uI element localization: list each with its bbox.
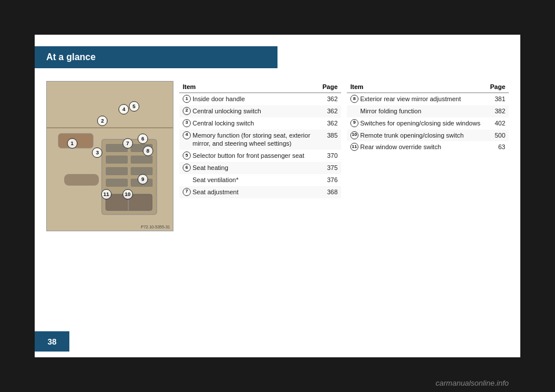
item-text: Remote trunk opening/closing switch	[360, 131, 483, 140]
item-number: 10	[350, 131, 358, 139]
item-number: 3	[183, 119, 191, 127]
item-cell: 6Seat heating	[179, 162, 319, 174]
item-text: Seat heating	[193, 164, 316, 172]
page-num: 362	[319, 93, 341, 105]
table-row: 4Memory function (for storing seat, exte…	[179, 130, 341, 150]
item-number: 7	[183, 188, 191, 196]
tables-container: Item Page 1Inside door handle3622Central…	[179, 81, 509, 231]
item-text: Inside door handle	[193, 95, 316, 103]
item-text: Selector button for front passenger seat	[193, 151, 316, 160]
item-number: 6	[183, 164, 191, 172]
image-caption: P72.10-5355-31	[141, 225, 170, 229]
table-row: 2Central unlocking switch362	[179, 105, 341, 117]
page-num: 370	[319, 150, 341, 162]
item-number: 11	[350, 143, 358, 151]
page-num: 402	[486, 117, 509, 130]
item-cell: 2Central unlocking switch	[179, 105, 319, 117]
table-row: 10Remote trunk opening/closing switch500	[347, 130, 509, 142]
page-num: 500	[486, 130, 509, 142]
item-text: Central locking switch	[193, 119, 316, 128]
item-cell: Mirror folding function	[347, 105, 486, 117]
item-text: Rear window override switch	[360, 143, 483, 151]
image-item-num-8: 8	[143, 146, 153, 156]
table-row: 8Exterior rear view mirror adjustment381	[347, 93, 509, 105]
car-image-inner: 1234567891011	[47, 82, 173, 231]
table1: Item Page 1Inside door handle3622Central…	[179, 81, 341, 231]
border-right	[520, 0, 555, 392]
item-text: Exterior rear view mirror adjustment	[360, 95, 483, 103]
table-row: 3Central locking switch362	[179, 117, 341, 130]
page-num: 385	[319, 130, 341, 150]
image-item-num-10: 10	[123, 189, 133, 199]
item-number: 9	[350, 119, 358, 127]
item-number: 1	[183, 95, 191, 103]
table-row: Seat ventilation*376	[179, 174, 341, 186]
table-row: 7Seat adjustment368	[179, 186, 341, 198]
page-container: At a glance	[0, 0, 555, 392]
image-item-num-5: 5	[129, 101, 139, 112]
item-cell: 9Switches for opening/closing side windo…	[347, 117, 486, 130]
border-left	[0, 0, 35, 392]
item-cell: 5Selector button for front passenger sea…	[179, 150, 319, 162]
item-cell: 8Exterior rear view mirror adjustment	[347, 93, 486, 105]
item-text: Central unlocking switch	[193, 107, 316, 116]
table-row: 11Rear window override switch63	[347, 141, 509, 153]
image-item-num-7: 7	[123, 138, 133, 149]
page-num: 362	[319, 117, 341, 130]
svg-rect-5	[106, 156, 128, 164]
page-number-box: 38	[35, 331, 69, 352]
item-cell: 11Rear window override switch	[347, 141, 486, 153]
svg-rect-9	[106, 179, 128, 187]
table-row: 5Selector button for front passenger sea…	[179, 150, 341, 162]
door-panel-svg	[47, 82, 173, 231]
svg-rect-7	[106, 167, 128, 175]
table1-item-header: Item	[179, 81, 319, 93]
main-content: 1234567891011 P72.10-5355-31 Item Page	[35, 81, 520, 231]
item-cell: 4Memory function (for storing seat, exte…	[179, 130, 319, 150]
border-top	[35, 0, 520, 35]
item-text: Seat ventilation*	[193, 176, 316, 184]
page-num: 375	[319, 162, 341, 174]
page-num: 63	[486, 141, 509, 153]
page-num: 362	[319, 105, 341, 117]
table-row: 1Inside door handle362	[179, 93, 341, 105]
table-row: 6Seat heating375	[179, 162, 341, 174]
item-cell: 1Inside door handle	[179, 93, 319, 105]
item-cell: 3Central locking switch	[179, 117, 319, 130]
item-text: Memory function (for storing seat, exter…	[193, 131, 316, 149]
watermark: carmanualsonline.info	[436, 379, 509, 387]
page-title: At a glance	[46, 52, 95, 62]
item-cell: Seat ventilation*	[179, 174, 319, 186]
image-item-num-1: 1	[67, 138, 77, 149]
car-image: 1234567891011 P72.10-5355-31	[46, 81, 173, 231]
item-text: Mirror folding function	[360, 107, 483, 116]
image-item-num-11: 11	[101, 189, 112, 199]
page-num: 376	[319, 174, 341, 186]
image-item-num-3: 3	[92, 147, 102, 158]
svg-rect-14	[64, 174, 99, 186]
table2-item-header: Item	[347, 81, 486, 93]
image-item-num-9: 9	[138, 174, 148, 184]
content-area: At a glance	[35, 35, 520, 357]
item-number: 5	[183, 151, 191, 160]
page-number: 38	[47, 337, 57, 346]
table-row: Mirror folding function382	[347, 105, 509, 117]
item-number: 8	[350, 95, 358, 103]
table2-page-header: Page	[486, 81, 509, 93]
page-num: 382	[486, 105, 509, 117]
header-bar: At a glance	[35, 46, 278, 68]
table-row: 9Switches for opening/closing side windo…	[347, 117, 509, 130]
table1-page-header: Page	[319, 81, 341, 93]
svg-rect-6	[131, 156, 153, 164]
item-text: Seat adjustment	[193, 188, 316, 197]
item-number: 4	[183, 131, 191, 139]
item-cell: 10Remote trunk opening/closing switch	[347, 130, 486, 142]
item-text: Switches for opening/closing side window…	[360, 119, 483, 128]
table2: Item Page 8Exterior rear view mirror adj…	[347, 81, 509, 231]
image-item-num-4: 4	[119, 104, 129, 114]
page-num: 381	[486, 93, 509, 105]
item-number: 2	[183, 107, 191, 115]
item-cell: 7Seat adjustment	[179, 186, 319, 198]
page-num: 368	[319, 186, 341, 198]
